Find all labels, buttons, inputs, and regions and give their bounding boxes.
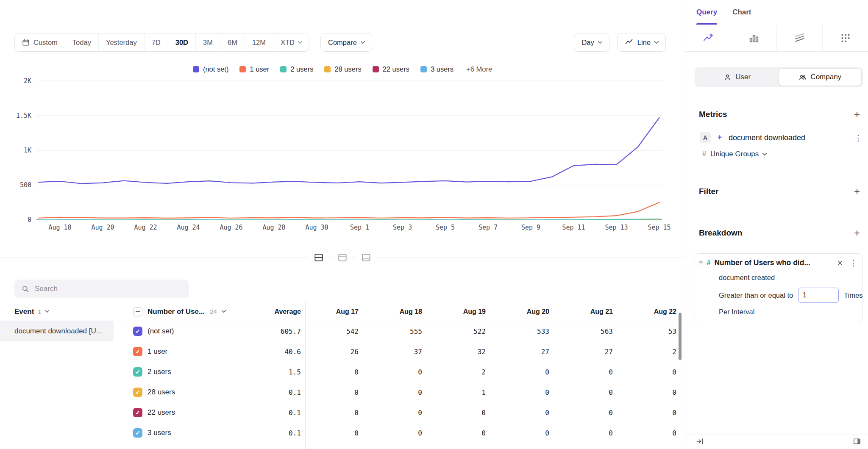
svg-text:Aug 26: Aug 26 xyxy=(220,224,242,231)
series-checkbox[interactable]: ✓ xyxy=(133,428,142,438)
range-30d[interactable]: 30D xyxy=(168,33,195,51)
results-table: Event1Number of Use...24AverageAug 17Aug… xyxy=(0,302,685,443)
entity-option-user[interactable]: User xyxy=(696,68,779,86)
table-row: document downloaded [U...✓(not set)605.7… xyxy=(0,321,685,341)
close-icon[interactable]: × xyxy=(835,258,845,268)
tab-chart[interactable]: Chart xyxy=(732,0,751,25)
number-property-icon: # xyxy=(707,259,711,267)
breakdown-section-header: Breakdown + xyxy=(695,227,863,239)
chart-toolbar: CustomTodayYesterday7D30D3M6M12MXTD Comp… xyxy=(14,33,666,52)
value-cell: 555 xyxy=(369,327,432,335)
condition-unit: Times xyxy=(844,291,862,299)
legend-item[interactable]: 1 user xyxy=(239,65,269,73)
add-metric-button[interactable]: + xyxy=(851,108,863,120)
panel-bottom-view-button[interactable] xyxy=(356,249,376,266)
range-label: 30D xyxy=(175,39,188,47)
legend-swatch xyxy=(280,66,287,72)
drag-handle-icon[interactable]: ≡ xyxy=(698,258,703,267)
range-3m[interactable]: 3M xyxy=(195,33,220,51)
value-cell: 53 xyxy=(623,327,685,335)
average-value: 0.1 xyxy=(242,409,305,417)
panel-right-icon xyxy=(853,437,861,446)
tab-query[interactable]: Query xyxy=(696,0,717,25)
chevron-down-icon xyxy=(45,308,49,313)
series-checkbox[interactable]: ✓ xyxy=(133,327,142,336)
more-options-icon[interactable]: ⋮ xyxy=(854,133,863,143)
range-custom[interactable]: Custom xyxy=(15,33,65,51)
compare-button[interactable]: Compare xyxy=(320,33,372,52)
add-breakdown-button[interactable]: + xyxy=(851,227,863,239)
entity-option-company[interactable]: Company xyxy=(779,68,862,86)
value-cell: 0 xyxy=(623,368,685,376)
legend-item[interactable]: 3 users xyxy=(420,65,453,73)
chart-legend: (not set)1 user2 users28 users22 users3 … xyxy=(0,65,685,73)
chart-type-option-2[interactable] xyxy=(731,25,776,51)
per-interval-label[interactable]: Per Interval xyxy=(719,308,858,316)
legend-item[interactable]: 28 users xyxy=(324,65,361,73)
value-cell: 0 xyxy=(432,429,496,437)
range-7d[interactable]: 7D xyxy=(144,33,168,51)
event-list-item[interactable]: document downloaded [U... xyxy=(0,321,114,341)
more-options-icon[interactable]: ⋮ xyxy=(849,258,858,268)
vertical-scrollbar[interactable] xyxy=(679,313,682,360)
value-cell: 0 xyxy=(559,388,623,396)
series-label: 28 users xyxy=(147,388,175,396)
series-label: 1 user xyxy=(147,347,167,356)
chart-type-button[interactable]: Line xyxy=(617,33,666,52)
select-all-checkbox[interactable] xyxy=(133,307,142,316)
layout-panel-bottom-view-icon xyxy=(361,253,371,262)
metric-measure-row[interactable]: # Unique Groups xyxy=(700,150,863,158)
legend-item[interactable]: 22 users xyxy=(373,65,409,73)
event-list-cell xyxy=(0,423,127,443)
add-filter-button[interactable]: + xyxy=(851,186,863,197)
range-xtd[interactable]: XTD xyxy=(273,33,309,51)
value-cell: 0 xyxy=(305,409,369,417)
condition-label[interactable]: Greater than or equal to xyxy=(719,291,793,299)
number-property-icon: # xyxy=(702,150,706,158)
range-yesterday[interactable]: Yesterday xyxy=(98,33,144,51)
value-cell: 533 xyxy=(496,327,559,335)
value-cell: 0 xyxy=(369,409,432,417)
event-column-header[interactable]: Event1 xyxy=(0,302,127,321)
value-cell: 37 xyxy=(369,348,432,356)
metric-event-row[interactable]: A document downloaded ⋮ xyxy=(700,132,863,143)
times-value-input[interactable] xyxy=(798,288,839,303)
split-view-button[interactable] xyxy=(309,249,328,266)
series-checkbox[interactable]: ✓ xyxy=(133,388,142,397)
metric-item: A document downloaded ⋮ # Unique Groups xyxy=(695,132,863,158)
legend-swatch xyxy=(193,66,199,72)
stacked-chart-icon xyxy=(794,33,805,44)
series-cell: ✓2 users xyxy=(127,367,242,377)
interval-button[interactable]: Day xyxy=(574,33,609,52)
chevron-down-icon xyxy=(654,39,659,44)
search-box xyxy=(14,280,189,298)
chart-type-option-3[interactable] xyxy=(776,25,822,51)
chart-type-option-4[interactable] xyxy=(822,25,868,51)
search-input[interactable] xyxy=(35,285,182,293)
breakdown-event[interactable]: document created xyxy=(719,274,858,282)
toggle-panel-button[interactable] xyxy=(853,437,861,447)
table-divider xyxy=(305,302,306,449)
chart-type-option-1[interactable] xyxy=(685,25,731,51)
legend-item[interactable]: (not set) xyxy=(193,65,229,73)
svg-text:0: 0 xyxy=(28,216,31,224)
range-today[interactable]: Today xyxy=(65,33,98,51)
series-cell: ✓3 users xyxy=(127,428,242,438)
combo-chart-icon xyxy=(703,33,714,44)
svg-text:Aug 28: Aug 28 xyxy=(262,224,285,231)
value-cell: 0 xyxy=(623,388,685,396)
series-column-header[interactable]: Number of Use...24 xyxy=(127,307,242,316)
query-sidebar: QueryChart User Company Metrics xyxy=(685,0,868,449)
series-cell: ✓(not set) xyxy=(127,327,242,336)
range-6m[interactable]: 6M xyxy=(220,33,245,51)
svg-text:Aug 22: Aug 22 xyxy=(134,224,157,231)
series-checkbox[interactable]: ✓ xyxy=(133,347,142,356)
series-checkbox[interactable]: ✓ xyxy=(133,408,142,417)
panel-top-view-button[interactable] xyxy=(333,249,352,266)
legend-item[interactable]: 2 users xyxy=(280,65,313,73)
legend-more-button[interactable]: +6 More xyxy=(466,65,492,73)
series-checkbox[interactable]: ✓ xyxy=(133,367,142,377)
range-12m[interactable]: 12M xyxy=(245,33,273,51)
collapse-panel-button[interactable] xyxy=(696,437,704,447)
value-cell: 0 xyxy=(305,388,369,396)
